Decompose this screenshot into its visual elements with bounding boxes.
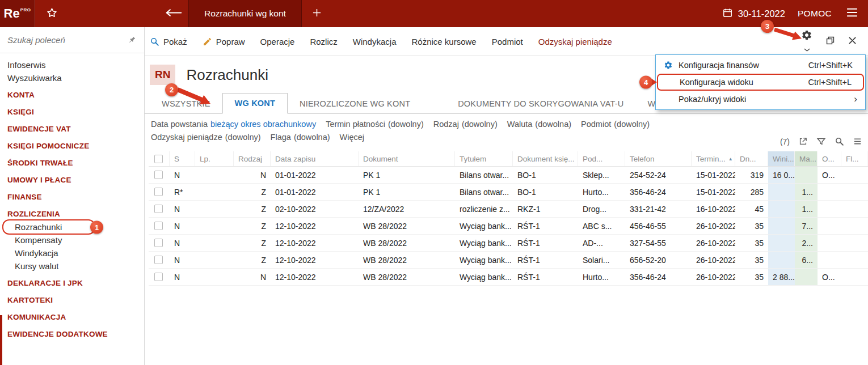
row-checkbox[interactable]	[154, 205, 163, 213]
tab-wszystkie[interactable]: WSZYSTKIE	[150, 94, 222, 113]
column-header-wini[interactable]: Wini...	[768, 151, 795, 166]
column-header-o[interactable]: O...	[818, 151, 841, 166]
filter-flaga[interactable]: Flaga(dowolna)	[271, 133, 330, 142]
column-header-termin[interactable]: Termin...▲	[692, 151, 735, 166]
tab-nierozliczone-wg-kont[interactable]: NIEROZLICZONE WG KONT	[288, 94, 422, 113]
table-row[interactable]: NZ12-10-2022WB 28/2022Wyciąg bank...RŚT-…	[149, 218, 868, 235]
filter-odzyskaj-pieniądze[interactable]: Odzyskaj pieniądze(dowolny)	[151, 133, 261, 142]
sidebar-item-finanse[interactable]: FINANSE	[0, 190, 144, 203]
help-button[interactable]: POMOC	[798, 9, 832, 19]
row-checkbox[interactable]	[154, 188, 163, 196]
toolbar-button-odzyskaj-pieniądze[interactable]: Odzyskaj pieniądze	[538, 37, 612, 46]
toolbar-button-operacje[interactable]: Operacje	[260, 37, 295, 46]
column-header-telefon[interactable]: Telefon	[625, 151, 692, 166]
sidebar-item-komunikacja[interactable]: KOMUNIKACJA	[0, 311, 144, 324]
column-header-ma[interactable]: Ma...	[795, 151, 818, 166]
open-view-tab[interactable]: Rozrachunki wg kont	[188, 0, 302, 27]
column-header-s[interactable]: S	[170, 151, 195, 166]
back-button[interactable]	[159, 0, 188, 27]
sidebar-item-windykacja[interactable]: Windykacja	[0, 247, 144, 260]
column-header-fl[interactable]: Fl...	[841, 151, 867, 166]
tab-dokumenty-do-skorygowania-vat-u[interactable]: DOKUMENTY DO SKORYGOWANIA VAT-U	[446, 94, 635, 113]
tab-wg-kont[interactable]: WG KONT	[222, 93, 288, 114]
sidebar-edge-indicator	[0, 315, 2, 365]
sidebar-item-umowy-i-płace[interactable]: UMOWY I PŁACE	[0, 173, 144, 186]
grid-header: SLp.RodzajData zapisuDokumentTytułemDoku…	[149, 151, 868, 167]
search-list-icon[interactable]	[835, 137, 844, 146]
filter-więcej[interactable]: Więcej	[340, 133, 365, 142]
sidebar-item-wyszukiwarka[interactable]: Wyszukiwarka	[0, 71, 144, 84]
table-row[interactable]: NN12-10-2022WB 28/2022Wyciąg bank...RŚT-…	[149, 269, 868, 286]
cell-tytułem: Bilans otwar...	[455, 184, 513, 200]
date-display[interactable]: 30-11-2022	[722, 7, 785, 20]
close-view-button[interactable]	[848, 36, 857, 47]
column-header-rodzaj[interactable]: Rodzaj	[234, 151, 271, 166]
column-header-lp[interactable]: Lp.	[195, 151, 234, 166]
filter-waluta[interactable]: Waluta(dowolna)	[507, 120, 571, 129]
row-checkbox[interactable]	[154, 239, 163, 247]
app-window: RePRO Rozrachunki wg kont 30-11-2022 POM…	[0, 0, 868, 365]
app-logo[interactable]: RePRO	[0, 0, 35, 27]
row-checkbox[interactable]	[154, 256, 163, 264]
sidebar-item-środki-trwałe[interactable]: ŚRODKI TRWAŁE	[0, 156, 144, 169]
table-row[interactable]: R*Z01-01-2022PK 1Bilans otwar...BO-1Hurt…	[149, 184, 868, 201]
sidebar-item-księgi-pomocnicze[interactable]: KSIĘGI POMOCNICZE	[0, 139, 144, 152]
open-chart-icon[interactable]	[798, 137, 808, 146]
sidebar-item-kompensaty[interactable]: Kompensaty	[0, 234, 144, 247]
filter-funnel-icon[interactable]	[816, 137, 826, 146]
toolbar-button-rozlicz[interactable]: Rozlicz	[310, 37, 337, 46]
table-row[interactable]: NZ12-10-2022WB 28/2022Wyciąg bank...RŚT-…	[149, 252, 868, 269]
sidebar-item-infoserwis[interactable]: Infoserwis	[0, 58, 144, 71]
list-options-icon[interactable]	[853, 137, 862, 146]
cell-termin: 15-01-2022	[692, 184, 735, 200]
command-search-input[interactable]	[7, 35, 125, 45]
sidebar-item-deklaracje-i-jpk[interactable]: DEKLARACJE I JPK	[0, 277, 144, 290]
pin-icon[interactable]	[125, 33, 138, 47]
filter-rodzaj[interactable]: Rodzaj(dowolny)	[433, 120, 498, 129]
table-row[interactable]: NZ02-10-202212/ZA/2022rozliczenie z...RK…	[149, 201, 868, 218]
column-header-dokument-księ[interactable]: Dokument księ...	[513, 151, 578, 166]
sidebar-item-rozliczenia[interactable]: ROZLICZENIA	[0, 207, 144, 220]
view-settings-button[interactable]	[801, 29, 812, 54]
column-header-dn[interactable]: Dn...	[735, 151, 768, 166]
cell-lp	[195, 218, 234, 234]
cell-dokument-księ: BO-1	[513, 184, 578, 200]
filter-data-powstania[interactable]: Data powstaniabieżący okres obrachunkowy	[151, 120, 316, 129]
sidebar-item-kartoteki[interactable]: KARTOTEKI	[0, 294, 144, 307]
sidebar-item-ewidencje-vat[interactable]: EWIDENCJE VAT	[0, 122, 144, 135]
sidebar-item-label: KARTOTEKI	[7, 296, 53, 304]
table-row[interactable]: NN01-01-2022PK 1Bilans otwar...BO-1Sklep…	[149, 167, 868, 184]
restore-window-button[interactable]	[825, 36, 835, 48]
cell-telefon: 254-52-24	[625, 167, 692, 183]
sidebar-item-księgi[interactable]: KSIĘGI	[0, 105, 144, 118]
main-menu-button[interactable]	[843, 8, 861, 19]
new-tab-button[interactable]	[302, 0, 332, 27]
menu-item-konfiguracja-finansów[interactable]: Konfiguracja finansówCtrl+Shift+K	[657, 57, 864, 74]
favorites-button[interactable]	[35, 0, 68, 27]
sidebar-item-kursy-walut[interactable]: Kursy walut	[0, 260, 144, 273]
select-all-checkbox[interactable]	[154, 155, 163, 163]
row-checkbox[interactable]	[154, 273, 163, 281]
toolbar-button-windykacja[interactable]: Windykacja	[353, 37, 397, 46]
sidebar-item-ewidencje-dodatkowe[interactable]: EWIDENCJE DODATKOWE	[0, 328, 144, 341]
row-checkbox[interactable]	[154, 222, 163, 230]
sidebar-item-konta[interactable]: KONTA	[0, 88, 144, 101]
menu-item-konfiguracja-widoku[interactable]: Konfiguracja widokuCtrl+Shift+L4	[657, 74, 864, 91]
table-row[interactable]: NZ12-10-2022WB 28/2022Wyciąg bank...RŚT-…	[149, 235, 868, 252]
row-checkbox[interactable]	[154, 171, 163, 179]
menu-item-pokaż-ukryj-widoki[interactable]: Pokaż/ukryj widoki›	[657, 91, 864, 108]
column-header-data-zapisu[interactable]: Data zapisu	[271, 151, 359, 166]
column-header-pod[interactable]: Pod...	[578, 151, 625, 166]
toolbar-button-różnice-kursowe[interactable]: Różnice kursowe	[411, 37, 476, 46]
toolbar-button-popraw[interactable]: Popraw	[203, 37, 245, 46]
column-header-dokument[interactable]: Dokument	[359, 151, 455, 166]
toolbar-button-pokaż[interactable]: Pokaż	[150, 37, 187, 46]
cell-data-zapisu: 01-01-2022	[271, 167, 359, 183]
current-date: 30-11-2022	[738, 9, 785, 19]
cell-dokument: WB 28/2022	[359, 218, 455, 234]
filter-podmiot[interactable]: Podmiot(dowolny)	[581, 120, 650, 129]
toolbar-button-podmiot[interactable]: Podmiot	[492, 37, 523, 46]
sidebar-item-rozrachunki[interactable]: Rozrachunki1	[0, 220, 144, 234]
column-header-tytułem[interactable]: Tytułem	[455, 151, 513, 166]
filter-termin-płatności[interactable]: Termin płatności(dowolny)	[326, 120, 424, 129]
